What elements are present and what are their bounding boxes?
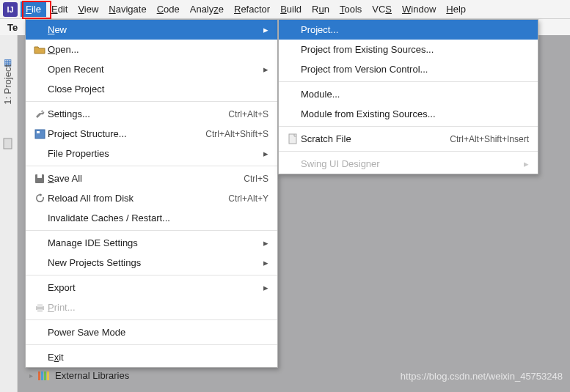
file-open[interactable]: Open... xyxy=(26,40,277,59)
file-power-save[interactable]: Power Save Mode xyxy=(26,322,277,342)
left-gutter: ▦ 1: Project xyxy=(0,35,18,392)
svg-rect-13 xyxy=(44,371,46,380)
file-export[interactable]: Export▸ xyxy=(26,278,277,297)
file-close-project[interactable]: Close Project xyxy=(26,79,277,99)
menu-run[interactable]: Run xyxy=(307,1,335,17)
scratch-icon xyxy=(285,133,301,144)
separator xyxy=(279,151,538,152)
menu-refactor[interactable]: Refactor xyxy=(229,1,275,17)
new-project-existing[interactable]: Project from Existing Sources... xyxy=(279,40,538,59)
file-exit[interactable]: Exit xyxy=(26,347,277,367)
libraries-icon xyxy=(37,370,51,381)
tree-libs-label: External Libraries xyxy=(55,370,129,381)
new-swing-designer: Swing UI Designer▸ xyxy=(279,154,538,174)
watermark: https://blog.csdn.net/weixin_45753248 xyxy=(401,371,563,382)
menu-tools[interactable]: Tools xyxy=(335,1,367,17)
menu-analyze[interactable]: Analyze xyxy=(185,1,229,17)
menu-navigate[interactable]: Navigate xyxy=(103,1,151,17)
reload-icon xyxy=(32,193,48,204)
separator xyxy=(26,319,277,320)
file-settings[interactable]: Settings... Ctrl+Alt+S xyxy=(26,104,277,124)
project-structure-icon xyxy=(32,129,48,139)
print-icon xyxy=(32,303,48,313)
file-project-structure[interactable]: Project Structure... Ctrl+Alt+Shift+S xyxy=(26,124,277,144)
separator xyxy=(279,81,538,82)
menu-code[interactable]: Code xyxy=(152,1,185,17)
menu-build[interactable]: Build xyxy=(275,1,307,17)
svg-rect-8 xyxy=(289,134,296,144)
file-invalidate[interactable]: Invalidate Caches / Restart... xyxy=(26,208,277,228)
file-new-proj-settings[interactable]: New Projects Settings▸ xyxy=(26,253,277,273)
svg-rect-1 xyxy=(35,130,45,138)
separator xyxy=(26,101,277,102)
file-open-recent[interactable]: Open Recent▸ xyxy=(26,59,277,79)
expand-icon[interactable]: ▸ xyxy=(29,371,33,380)
new-module[interactable]: Module... xyxy=(279,84,538,104)
svg-rect-6 xyxy=(37,304,43,307)
menu-help[interactable]: Help xyxy=(441,1,471,17)
app-icon: IJ xyxy=(3,2,18,17)
new-project-vcs[interactable]: Project from Version Control... xyxy=(279,59,538,79)
file-print: Print... xyxy=(26,297,277,317)
project-tab[interactable]: 1: Project xyxy=(2,64,13,105)
open-folder-icon xyxy=(32,45,48,55)
tree-libs-row[interactable]: ▸ External Libraries xyxy=(29,367,136,383)
file-save-all[interactable]: Save All Ctrl+S xyxy=(26,169,277,188)
menu-view[interactable]: View xyxy=(73,1,103,17)
svg-rect-11 xyxy=(38,371,40,380)
menu-file[interactable]: File xyxy=(21,1,46,17)
svg-rect-4 xyxy=(37,174,42,178)
menubar: IJ File Edit View Navigate Code Analyze … xyxy=(0,0,570,19)
separator xyxy=(26,166,277,166)
file-properties[interactable]: File Properties▸ xyxy=(26,144,277,163)
toolbar-title: Te xyxy=(7,22,18,33)
file-new[interactable]: New ▸ xyxy=(26,20,277,40)
new-scratch-file[interactable]: Scratch File Ctrl+Alt+Shift+Insert xyxy=(279,129,538,149)
svg-rect-12 xyxy=(41,371,43,380)
svg-rect-0 xyxy=(4,138,12,149)
new-project[interactable]: Project... xyxy=(279,20,538,40)
menu-vcs[interactable]: VCS xyxy=(367,1,397,17)
separator xyxy=(26,344,277,345)
new-submenu: Project... Project from Existing Sources… xyxy=(278,19,538,174)
file-menu-dropdown: New ▸ Open... Open Recent▸ Close Project… xyxy=(25,19,278,368)
file-manage-ide[interactable]: Manage IDE Settings▸ xyxy=(26,233,277,253)
separator xyxy=(26,230,277,231)
separator xyxy=(26,275,277,275)
gutter-file-icon xyxy=(2,138,14,149)
svg-rect-7 xyxy=(37,309,43,312)
save-icon xyxy=(32,174,48,184)
menu-window[interactable]: Window xyxy=(397,1,441,17)
file-reload[interactable]: Reload All from Disk Ctrl+Alt+Y xyxy=(26,188,277,208)
menu-edit[interactable]: Edit xyxy=(46,1,73,17)
svg-rect-2 xyxy=(37,131,40,133)
separator xyxy=(279,126,538,127)
svg-rect-14 xyxy=(47,371,49,380)
new-module-existing[interactable]: Module from Existing Sources... xyxy=(279,104,538,124)
wrench-icon xyxy=(32,108,48,119)
